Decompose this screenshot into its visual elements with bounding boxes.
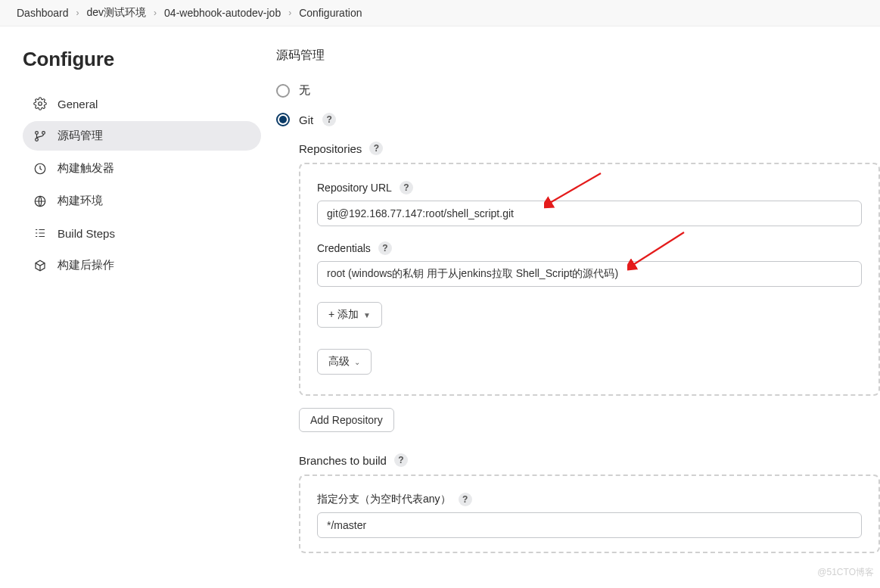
caret-down-icon: ▼: [363, 311, 371, 319]
chevron-down-icon: ⌄: [354, 358, 360, 366]
steps-icon: [33, 226, 47, 240]
breadcrumb-item[interactable]: 04-webhook-autodev-job: [164, 7, 281, 19]
repo-url-label: Repository URL ?: [317, 181, 862, 194]
help-icon[interactable]: ?: [400, 181, 413, 194]
package-icon: [33, 259, 47, 272]
gear-icon: [33, 97, 47, 110]
scm-option-git[interactable]: Git ?: [276, 113, 880, 126]
credentials-select[interactable]: [317, 261, 862, 287]
sidebar-item-build-steps[interactable]: Build Steps: [23, 219, 261, 247]
radio-icon[interactable]: [276, 84, 290, 98]
help-icon[interactable]: ?: [459, 493, 472, 506]
repository-block: Repository URL ? Credentials ?: [299, 163, 880, 396]
sidebar-item-label: 源码管理: [58, 129, 103, 143]
chevron-right-icon: ›: [288, 8, 291, 18]
globe-icon: [33, 194, 47, 208]
breadcrumb-item[interactable]: Configuration: [299, 7, 362, 19]
sidebar-item-label: 构建环境: [58, 194, 103, 208]
credentials-label: Credentials ?: [317, 241, 862, 255]
radio-icon[interactable]: [276, 113, 290, 126]
sidebar-item-environment[interactable]: 构建环境: [23, 186, 261, 216]
sidebar: Configure General 源码管理 构建触发器 构建环境: [0, 26, 276, 583]
branches-heading: Branches to build ?: [299, 453, 880, 467]
breadcrumb-item[interactable]: dev测试环境: [87, 6, 147, 20]
sidebar-item-general[interactable]: General: [23, 89, 261, 118]
advanced-button[interactable]: 高级 ⌄: [317, 349, 372, 375]
watermark: @51CTO博客: [817, 566, 874, 579]
branch-specifier-label: 指定分支（为空时代表any） ?: [317, 493, 862, 506]
svg-point-2: [36, 138, 39, 141]
repo-url-input[interactable]: [317, 201, 862, 226]
branch-specifier-input[interactable]: [317, 512, 862, 538]
sidebar-item-post-build[interactable]: 构建后操作: [23, 250, 261, 280]
help-icon[interactable]: ?: [378, 241, 392, 255]
sidebar-item-scm[interactable]: 源码管理: [23, 121, 261, 151]
add-credentials-button[interactable]: + 添加 ▼: [317, 302, 382, 328]
section-title-scm: 源码管理: [276, 48, 880, 64]
page-title: Configure: [23, 48, 261, 71]
help-icon[interactable]: ?: [322, 113, 336, 126]
sidebar-item-label: 构建触发器: [58, 161, 114, 176]
branch-icon: [33, 129, 47, 143]
repositories-heading: Repositories ?: [299, 142, 880, 155]
clock-icon: [33, 162, 47, 176]
help-icon[interactable]: ?: [369, 142, 383, 155]
main-content: 源码管理 无 Git ? Repositories ? Repository U…: [276, 26, 880, 583]
radio-label: 无: [299, 83, 310, 98]
chevron-right-icon: ›: [154, 8, 157, 18]
chevron-right-icon: ›: [76, 8, 79, 18]
scm-option-none[interactable]: 无: [276, 83, 880, 98]
add-repository-button[interactable]: Add Repository: [299, 408, 394, 432]
svg-point-1: [36, 131, 39, 134]
sidebar-item-label: 构建后操作: [58, 258, 114, 272]
svg-point-3: [42, 131, 45, 134]
sidebar-item-label: Build Steps: [58, 227, 115, 240]
radio-label: Git: [299, 114, 313, 126]
branches-block: 指定分支（为空时代表any） ?: [299, 474, 880, 553]
help-icon[interactable]: ?: [394, 453, 408, 467]
sidebar-item-triggers[interactable]: 构建触发器: [23, 154, 261, 183]
breadcrumb-item[interactable]: Dashboard: [17, 7, 69, 19]
svg-point-0: [39, 102, 42, 106]
sidebar-item-label: General: [58, 98, 98, 110]
breadcrumb: Dashboard › dev测试环境 › 04-webhook-autodev…: [0, 0, 880, 26]
